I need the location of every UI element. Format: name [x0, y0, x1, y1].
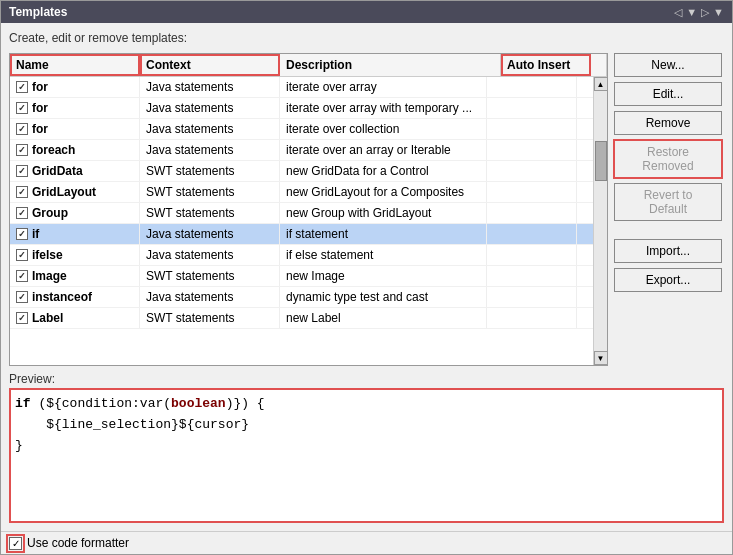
table-row[interactable]: ✓GridData SWT statements new GridData fo… — [10, 161, 593, 182]
row-context: SWT statements — [140, 203, 280, 223]
table-row[interactable]: ✓Group SWT statements new Group with Gri… — [10, 203, 593, 224]
row-autoinsert — [487, 287, 577, 307]
import-button[interactable]: Import... — [614, 239, 722, 263]
col-header-autoinsert[interactable]: Auto Insert — [501, 54, 591, 76]
code-line-3: } — [15, 436, 718, 457]
preview-code: if (${condition:var(boolean)}) { ${line_… — [9, 388, 724, 523]
col-header-name[interactable]: Name — [10, 54, 140, 76]
row-checkbox[interactable]: ✓ — [16, 186, 28, 198]
row-checkbox[interactable]: ✓ — [16, 291, 28, 303]
row-context: Java statements — [140, 98, 280, 118]
table-row[interactable]: ✓for Java statements iterate over array — [10, 77, 593, 98]
preview-label: Preview: — [9, 372, 724, 386]
row-name: foreach — [32, 143, 75, 157]
row-context: Java statements — [140, 119, 280, 139]
row-context: SWT statements — [140, 182, 280, 202]
table-scrollbar[interactable]: ▲ ▼ — [593, 77, 607, 365]
row-context: Java statements — [140, 287, 280, 307]
row-autoinsert — [487, 98, 577, 118]
edit-button[interactable]: Edit... — [614, 82, 722, 106]
col-header-description[interactable]: Description — [280, 54, 501, 76]
restore-removed-button[interactable]: Restore Removed — [614, 140, 722, 178]
table-row[interactable]: ✓ifelse Java statements if else statemen… — [10, 245, 593, 266]
row-autoinsert — [487, 266, 577, 286]
row-context: SWT statements — [140, 308, 280, 328]
table-row[interactable]: ✓Image SWT statements new Image — [10, 266, 593, 287]
row-description: new Group with GridLayout — [280, 203, 487, 223]
row-autoinsert — [487, 119, 577, 139]
new-button[interactable]: New... — [614, 53, 722, 77]
dialog-title: Templates — [9, 5, 67, 19]
row-checkbox[interactable]: ✓ — [16, 165, 28, 177]
revert-default-button[interactable]: Revert to Default — [614, 183, 722, 221]
scroll-down-icon[interactable]: ▼ — [594, 351, 608, 365]
scroll-thumb[interactable] — [595, 141, 607, 181]
row-checkbox[interactable]: ✓ — [16, 207, 28, 219]
row-description: new GridLayout for a Composites — [280, 182, 487, 202]
row-checkbox[interactable]: ✓ — [16, 228, 28, 240]
row-autoinsert — [487, 77, 577, 97]
row-context: SWT statements — [140, 266, 280, 286]
row-description: iterate over collection — [280, 119, 487, 139]
header-scrollbar-spacer — [591, 54, 607, 76]
col-header-context[interactable]: Context — [140, 54, 280, 76]
description-text: Create, edit or remove templates: — [9, 31, 724, 45]
row-description: iterate over array with temporary ... — [280, 98, 487, 118]
templates-dialog: Templates ◁ ▼ ▷ ▼ Create, edit or remove… — [0, 0, 733, 555]
footer: ✓ Use code formatter — [1, 531, 732, 554]
row-autoinsert — [487, 224, 577, 244]
row-description: if else statement — [280, 245, 487, 265]
row-checkbox[interactable]: ✓ — [16, 270, 28, 282]
table-row[interactable]: ✓for Java statements iterate over array … — [10, 98, 593, 119]
row-checkbox[interactable]: ✓ — [16, 123, 28, 135]
row-name: for — [32, 80, 48, 94]
row-autoinsert — [487, 161, 577, 181]
row-context: SWT statements — [140, 161, 280, 181]
row-description: dynamic type test and cast — [280, 287, 487, 307]
row-name: instanceof — [32, 290, 92, 304]
scroll-up-icon[interactable]: ▲ — [594, 77, 608, 91]
row-description: new Label — [280, 308, 487, 328]
row-autoinsert — [487, 203, 577, 223]
row-name: Label — [32, 311, 63, 325]
row-name: GridData — [32, 164, 83, 178]
export-button[interactable]: Export... — [614, 268, 722, 292]
row-context: Java statements — [140, 77, 280, 97]
table-row[interactable]: ✓foreach Java statements iterate over an… — [10, 140, 593, 161]
row-checkbox[interactable]: ✓ — [16, 102, 28, 114]
row-checkbox[interactable]: ✓ — [16, 144, 28, 156]
nav-dropdown2-icon[interactable]: ▼ — [713, 6, 724, 18]
use-code-formatter-checkbox[interactable]: ✓ — [9, 537, 22, 550]
code-line-2: ${line_selection}${cursor} — [15, 415, 718, 436]
row-autoinsert — [487, 182, 577, 202]
table-row[interactable]: ✓Label SWT statements new Label — [10, 308, 593, 329]
row-description: if statement — [280, 224, 487, 244]
table-body: ✓for Java statements iterate over array … — [10, 77, 593, 365]
row-context: Java statements — [140, 140, 280, 160]
use-code-formatter-wrap[interactable]: ✓ Use code formatter — [9, 536, 129, 550]
row-name: for — [32, 101, 48, 115]
scroll-track[interactable] — [594, 91, 608, 351]
row-checkbox[interactable]: ✓ — [16, 81, 28, 93]
row-context: Java statements — [140, 224, 280, 244]
row-name: if — [32, 227, 39, 241]
use-code-formatter-label: Use code formatter — [27, 536, 129, 550]
row-description: iterate over an array or Iterable — [280, 140, 487, 160]
table-row[interactable]: ✓GridLayout SWT statements new GridLayou… — [10, 182, 593, 203]
nav-back-icon[interactable]: ◁ — [674, 6, 682, 19]
row-autoinsert — [487, 245, 577, 265]
table-row[interactable]: ✓for Java statements iterate over collec… — [10, 119, 593, 140]
row-checkbox[interactable]: ✓ — [16, 249, 28, 261]
table-row-selected[interactable]: ✓if Java statements if statement — [10, 224, 593, 245]
table-row[interactable]: ✓instanceof Java statements dynamic type… — [10, 287, 593, 308]
row-checkbox[interactable]: ✓ — [16, 312, 28, 324]
remove-button[interactable]: Remove — [614, 111, 722, 135]
nav-dropdown-icon[interactable]: ▼ — [686, 6, 697, 18]
row-name: for — [32, 122, 48, 136]
row-name: GridLayout — [32, 185, 96, 199]
row-description: new GridData for a Control — [280, 161, 487, 181]
nav-forward-icon[interactable]: ▷ — [701, 6, 709, 19]
row-name: ifelse — [32, 248, 63, 262]
code-line-1: if (${condition:var(boolean)}) { — [15, 394, 718, 415]
row-name: Group — [32, 206, 68, 220]
